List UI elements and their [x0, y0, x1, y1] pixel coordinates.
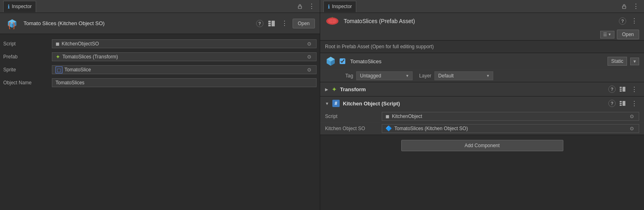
kitchen-script-target[interactable]: ⊙: [628, 114, 635, 119]
script-label: Script: [3, 41, 52, 47]
gameobject-name: TomatoSlices: [350, 58, 604, 64]
static-dropdown-button[interactable]: ▼: [630, 58, 639, 65]
prefab-label: Prefab: [3, 54, 52, 60]
prefab-icon: ✦: [56, 54, 60, 60]
sprite-icon: ◻: [56, 66, 62, 73]
right-help-button[interactable]: ?: [619, 17, 626, 25]
right-tab-label: Inspector: [332, 4, 352, 9]
svg-rect-25: [620, 105, 622, 106]
left-more2-button[interactable]: ⋮: [280, 19, 289, 28]
svg-rect-24: [620, 103, 622, 104]
kitchen-object-so-icon: 🔷: [385, 125, 392, 131]
script-value-text: KitchenObjectSO: [62, 41, 99, 47]
kitchen-object-so-target[interactable]: ⊙: [628, 126, 635, 131]
svg-rect-23: [620, 101, 622, 102]
right-more2-button[interactable]: ⋮: [629, 16, 639, 26]
svg-rect-6: [268, 21, 271, 22]
left-lock-button[interactable]: [295, 3, 304, 10]
tag-value: Untagged: [360, 73, 381, 79]
kitchen-object-script-name: Kitchen Object (Script): [343, 101, 605, 107]
info-banner: Root in Prefab Asset (Open for full edit…: [320, 41, 644, 53]
cube-icon: {}: [6, 18, 18, 29]
kitchen-script-label: Script: [325, 114, 382, 119]
left-panel-header: {} Tomato Slices (Kitchen Object SO) ? ⋮…: [0, 13, 320, 34]
script-value[interactable]: ◼ KitchenObjectSO ⊙: [52, 39, 317, 48]
list-icon: ☰: [603, 32, 607, 37]
tomato-icon: [325, 16, 340, 26]
right-tab-actions: ⋮: [620, 2, 641, 11]
list-view-button[interactable]: ☰ ▼: [600, 31, 614, 39]
transform-component-header: ▶ ✦ Transform ? ⋮: [320, 82, 644, 96]
prefab-target-button[interactable]: ⊙: [306, 54, 313, 60]
object-name-value[interactable]: TomatoSlices: [52, 78, 317, 87]
right-header-top: TomatoSlices (Prefab Asset) ? ⋮: [320, 13, 644, 29]
left-help-button[interactable]: ?: [256, 20, 263, 27]
static-button[interactable]: Static: [608, 57, 627, 66]
list-dropdown-arrow: ▼: [608, 32, 612, 36]
layer-dropdown[interactable]: Default ▼: [434, 71, 493, 80]
left-inspector-tab[interactable]: ℹ Inspector: [3, 1, 36, 12]
info-icon: ℹ: [8, 4, 10, 10]
kitchen-script-value[interactable]: ◼ KitchenObject ⊙: [382, 112, 639, 121]
layer-arrow: ▼: [486, 74, 490, 78]
sprite-label: Sprite: [3, 67, 52, 73]
transform-more-button[interactable]: ⋮: [629, 85, 639, 94]
kitchen-object-so-value[interactable]: 🔷 TomatoSlices (Kitchen Object SO) ⊙: [382, 124, 639, 133]
sprite-value-text: TomatoSlice: [64, 67, 91, 73]
kitchen-layout-button[interactable]: [618, 100, 627, 107]
right-inspector-tab[interactable]: ℹ Inspector: [323, 1, 356, 12]
kitchen-script-value-text: KitchenObject: [392, 114, 422, 119]
left-inspector-panel: ℹ Inspector ⋮ {}: [0, 0, 320, 210]
svg-rect-10: [623, 6, 626, 9]
kitchen-actions: ? ⋮: [608, 99, 639, 108]
script-hash-icon: #: [332, 100, 340, 107]
kitchen-collapse-arrow[interactable]: ▼: [325, 101, 329, 106]
left-header-title: Tomato Slices (Kitchen Object SO): [24, 20, 252, 26]
gameobject-cube-icon: [325, 56, 336, 67]
svg-rect-20: [620, 89, 622, 90]
sprite-value[interactable]: ◻ TomatoSlice ⊙: [52, 65, 317, 74]
left-layout-button[interactable]: [267, 20, 276, 27]
script-target-button[interactable]: ⊙: [306, 41, 313, 47]
transform-layout-button[interactable]: [618, 86, 627, 92]
transform-icon: ✦: [332, 86, 337, 93]
right-header-title: TomatoSlices (Prefab Asset): [344, 18, 615, 24]
kitchen-object-so-label: Kitchen Object SO: [325, 126, 382, 131]
gameobject-row: TomatoSlices Static ▼: [320, 53, 644, 70]
kitchen-more-button[interactable]: ⋮: [629, 99, 639, 108]
script-file-icon: ◼: [56, 41, 60, 47]
transform-collapse-arrow[interactable]: ▶: [325, 87, 328, 92]
sprite-target-button[interactable]: ⊙: [306, 67, 313, 73]
right-info-icon: ℹ: [328, 4, 330, 10]
right-more-button[interactable]: ⋮: [631, 2, 641, 11]
gameobject-active-checkbox[interactable]: [340, 58, 345, 64]
blue-cube-icon: [325, 56, 336, 67]
kitchen-script-field: Script ◼ KitchenObject ⊙: [320, 110, 644, 122]
right-tab-bar: ℹ Inspector ⋮: [320, 0, 644, 13]
tag-layer-row: Tag Untagged ▼ Layer Default ▼: [320, 70, 644, 82]
left-more-button[interactable]: ⋮: [307, 2, 317, 11]
right-asset-icon: [325, 16, 340, 26]
right-lock-button[interactable]: [620, 3, 629, 10]
add-component-row: Add Component: [320, 135, 644, 156]
object-name-text: TomatoSlices: [56, 80, 84, 86]
tag-dropdown[interactable]: Untagged ▼: [356, 71, 413, 80]
add-component-button[interactable]: Add Component: [401, 140, 563, 151]
kitchen-help-button[interactable]: ?: [608, 100, 616, 107]
layer-value: Default: [438, 73, 454, 79]
left-open-button[interactable]: Open: [293, 19, 315, 28]
prefab-value-text: TomatoSlices (Transform): [62, 54, 118, 60]
layer-label: Layer: [419, 73, 431, 79]
sprite-field-row: Sprite ◻ TomatoSlice ⊙: [0, 63, 320, 76]
object-name-field-row: Object Name TomatoSlices: [0, 76, 320, 89]
prefab-value[interactable]: ✦ TomatoSlices (Transform) ⊙: [52, 52, 317, 61]
left-fields-container: Script ◼ KitchenObjectSO ⊙ Prefab ✦ Toma…: [0, 34, 320, 210]
object-name-label: Object Name: [3, 80, 52, 86]
left-tab-actions: ⋮: [295, 2, 317, 11]
svg-rect-26: [623, 101, 625, 106]
kitchen-object-so-value-text: TomatoSlices (Kitchen Object SO): [394, 126, 468, 131]
transform-help-button[interactable]: ?: [608, 86, 616, 93]
left-tab-label: Inspector: [12, 4, 32, 9]
script-field-row: Script ◼ KitchenObjectSO ⊙: [0, 37, 320, 50]
right-open-button[interactable]: Open: [617, 30, 639, 39]
